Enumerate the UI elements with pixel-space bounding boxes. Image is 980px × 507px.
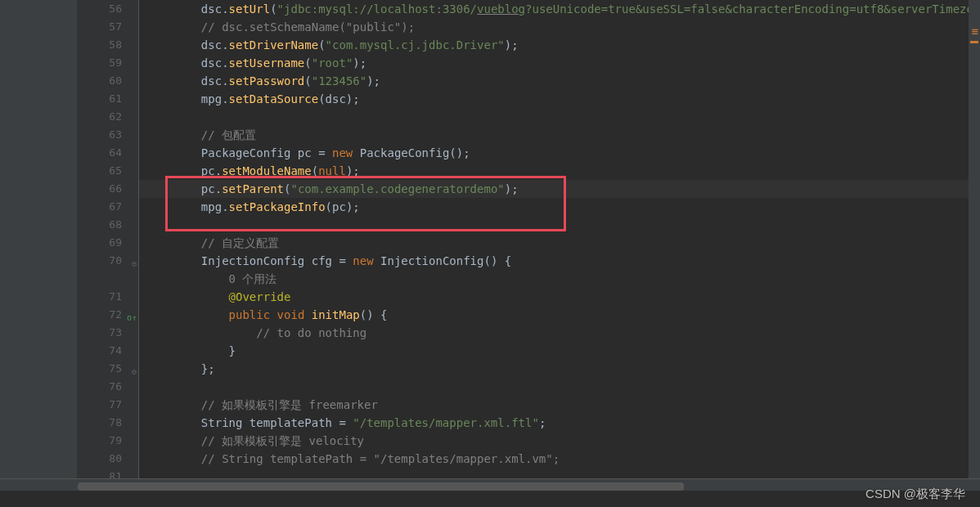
- code-line[interactable]: [139, 378, 969, 396]
- line-number[interactable]: 74: [78, 342, 138, 360]
- code-token: dsc.: [139, 56, 229, 70]
- code-line[interactable]: }: [139, 342, 969, 360]
- code-token: [270, 308, 276, 321]
- code-token: // 如果模板引擎是 velocity: [201, 434, 364, 447]
- code-token: setUrl: [229, 2, 271, 16]
- code-area[interactable]: dsc.setUrl("jdbc:mysql://localhost:3306/…: [139, 0, 969, 478]
- code-token: setDataSource: [229, 92, 319, 105]
- line-number[interactable]: 70⊖: [78, 252, 138, 270]
- code-token: // to do nothing: [256, 326, 366, 339]
- code-token: 0 个用法: [229, 272, 277, 285]
- line-number[interactable]: 71: [78, 288, 138, 306]
- code-token: "com.mysql.cj.jdbc.Driver": [326, 38, 505, 52]
- gutter[interactable]: 565758596061626364656667686970⊖7172o↑737…: [78, 0, 139, 478]
- scroll-thumb[interactable]: [78, 482, 684, 491]
- line-number[interactable]: 81: [78, 468, 138, 478]
- scrollbar-horizontal[interactable]: [78, 482, 969, 491]
- code-line[interactable]: // String templatePath = "/templates/map…: [139, 450, 969, 468]
- code-line[interactable]: [139, 468, 969, 478]
- code-token: @Override: [229, 290, 291, 303]
- line-number[interactable]: 65: [78, 162, 138, 180]
- code-line[interactable]: InjectionConfig cfg = new InjectionConfi…: [139, 252, 969, 270]
- code-token: "123456": [312, 74, 366, 87]
- code-token: }: [139, 344, 236, 357]
- code-token: PackageConfig pc =: [139, 146, 332, 159]
- line-number[interactable]: 78: [78, 414, 138, 432]
- code-token: [304, 308, 311, 321]
- code-token: pc.: [139, 164, 222, 177]
- code-line[interactable]: };: [139, 360, 969, 378]
- line-number[interactable]: 76: [78, 378, 138, 396]
- code-line[interactable]: dsc.setDriverName("com.mysql.cj.jdbc.Dri…: [139, 36, 969, 54]
- code-token: [139, 398, 201, 411]
- line-number[interactable]: [78, 270, 138, 288]
- code-token: // 包配置: [201, 128, 256, 141]
- code-token: (pc);: [326, 200, 360, 213]
- code-token: [139, 308, 229, 321]
- code-line[interactable]: // to do nothing: [139, 324, 969, 342]
- code-line[interactable]: public void initMap() {: [139, 306, 969, 324]
- code-token: setPassword: [229, 74, 305, 87]
- code-token: setPackageInfo: [229, 200, 326, 213]
- code-token: [139, 434, 201, 447]
- line-number[interactable]: 61: [78, 90, 138, 108]
- line-number[interactable]: 62: [78, 108, 138, 126]
- code-token: [139, 272, 229, 285]
- code-line[interactable]: String templatePath = "/templates/mapper…: [139, 414, 969, 432]
- line-number[interactable]: 66: [78, 180, 138, 198]
- code-token: "root": [312, 56, 353, 70]
- code-token: };: [139, 362, 215, 375]
- line-number[interactable]: 56: [78, 0, 138, 18]
- code-token: codegeneratordemo: [380, 182, 497, 195]
- line-number[interactable]: 58: [78, 36, 138, 54]
- code-token: vueblog: [477, 2, 525, 16]
- code-line[interactable]: // 包配置: [139, 126, 969, 144]
- code-line[interactable]: @Override: [139, 288, 969, 306]
- line-number[interactable]: 73: [78, 324, 138, 342]
- line-number[interactable]: 69: [78, 234, 138, 252]
- code-line[interactable]: // 自定义配置: [139, 234, 969, 252]
- scrollbar-vertical[interactable]: ≡: [969, 0, 980, 478]
- line-number[interactable]: 63: [78, 126, 138, 144]
- code-line[interactable]: [139, 108, 969, 126]
- line-number[interactable]: 80: [78, 450, 138, 468]
- code-token: new: [332, 146, 353, 159]
- code-token: new: [353, 254, 373, 267]
- code-line[interactable]: 0 个用法: [139, 270, 969, 288]
- code-line[interactable]: // dsc.setSchemaName("public");: [139, 18, 969, 36]
- code-token: ?useUnicode=true&useSSL=false&characterE…: [525, 2, 969, 16]
- code-line[interactable]: // 如果模板引擎是 freemarker: [139, 396, 969, 414]
- code-token: setParent: [222, 182, 284, 195]
- code-token: dsc.: [139, 38, 229, 52]
- code-token: null: [318, 164, 346, 177]
- code-line[interactable]: mpg.setPackageInfo(pc);: [139, 198, 969, 216]
- line-number[interactable]: 67: [78, 198, 138, 216]
- line-number[interactable]: 60: [78, 72, 138, 90]
- code-token: [139, 20, 201, 34]
- scroll-marker[interactable]: [970, 41, 978, 43]
- line-number[interactable]: 75⊖: [78, 360, 138, 378]
- code-line[interactable]: pc.setParent("com.example.codegeneratord…: [139, 180, 969, 198]
- code-line[interactable]: mpg.setDataSource(dsc);: [139, 90, 969, 108]
- line-number[interactable]: 77: [78, 396, 138, 414]
- code-token: "/templates/mapper.xml.: [353, 416, 511, 429]
- code-line[interactable]: dsc.setPassword("123456");: [139, 72, 969, 90]
- line-number[interactable]: 64: [78, 144, 138, 162]
- code-token: String templatePath =: [139, 416, 353, 429]
- line-number[interactable]: 57: [78, 18, 138, 36]
- code-line[interactable]: // 如果模板引擎是 velocity: [139, 432, 969, 450]
- code-line[interactable]: [139, 216, 969, 234]
- line-number[interactable]: 59: [78, 54, 138, 72]
- line-number[interactable]: 72o↑: [78, 306, 138, 324]
- code-line[interactable]: pc.setModuleName(null);: [139, 162, 969, 180]
- code-line[interactable]: PackageConfig pc = new PackageConfig();: [139, 144, 969, 162]
- line-number[interactable]: 79: [78, 432, 138, 450]
- code-token: );: [346, 164, 360, 177]
- code-line[interactable]: dsc.setUrl("jdbc:mysql://localhost:3306/…: [139, 0, 969, 18]
- code-token: // String templatePath = "/templates/map…: [201, 452, 560, 465]
- project-sidebar[interactable]: [0, 0, 78, 478]
- editor-container: 565758596061626364656667686970⊖7172o↑737…: [0, 0, 980, 478]
- code-line[interactable]: dsc.setUsername("root");: [139, 54, 969, 72]
- error-stripe-icon[interactable]: ≡: [972, 25, 978, 38]
- line-number[interactable]: 68: [78, 216, 138, 234]
